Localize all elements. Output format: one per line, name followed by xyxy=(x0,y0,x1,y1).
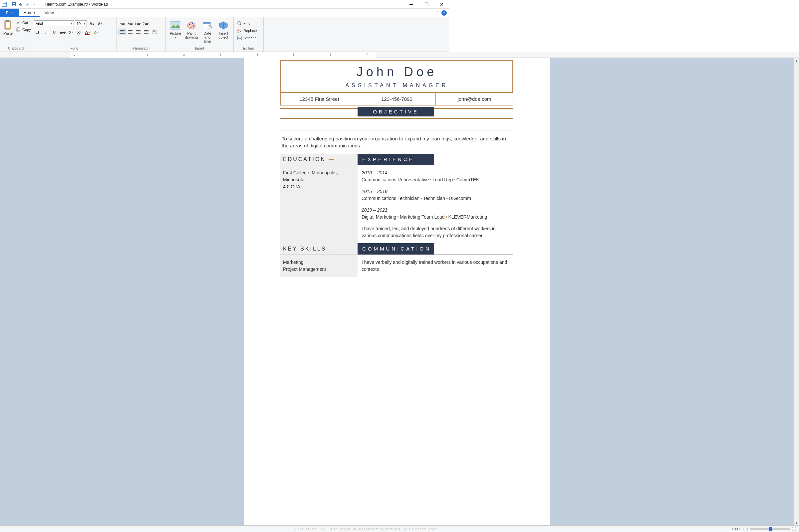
communication-body: I have verbally and digitally trained wo… xyxy=(357,255,449,277)
svg-point-47 xyxy=(193,25,194,26)
svg-rect-50 xyxy=(203,22,210,24)
replace-icon: abac xyxy=(237,28,242,33)
date-time-button[interactable]: Date and time xyxy=(200,19,215,44)
svg-point-48 xyxy=(190,27,192,28)
search-icon xyxy=(237,21,242,26)
svg-rect-16 xyxy=(130,22,132,22)
qat-dropdown-icon[interactable]: ▾ xyxy=(31,1,37,7)
svg-rect-22 xyxy=(137,23,140,24)
resume-subtitle: ASSISTANT MANAGER xyxy=(281,82,449,89)
find-button[interactable]: Find xyxy=(236,20,259,26)
superscript-button[interactable]: X2 xyxy=(76,28,83,36)
maximize-button[interactable]: ☐ xyxy=(419,0,434,8)
svg-rect-10 xyxy=(6,22,10,28)
font-color-button[interactable]: A▾ xyxy=(84,28,91,36)
subscript-button[interactable]: X2 xyxy=(67,28,75,36)
svg-rect-24 xyxy=(137,24,140,25)
cut-button[interactable]: ✂Cut xyxy=(15,19,32,26)
svg-rect-33 xyxy=(129,32,131,32)
align-center-button[interactable] xyxy=(127,28,134,35)
tab-view[interactable]: View xyxy=(40,8,59,17)
edu-exp-heading: EDUCATION— EXPERIENCE xyxy=(280,154,449,165)
paragraph-dialog-button[interactable] xyxy=(150,28,158,35)
workspace: 1 1 2 3 4 5 6 7 John Doe ASSISTANT MANAG… xyxy=(0,52,449,300)
insert-group-label: Insert xyxy=(168,45,231,51)
picture-button[interactable]: Picture▾ xyxy=(168,19,183,40)
undo-icon[interactable] xyxy=(18,1,24,7)
svg-rect-25 xyxy=(144,23,144,24)
ruler[interactable]: 1 1 2 3 4 5 6 7 xyxy=(0,52,449,58)
tab-home[interactable]: Home xyxy=(19,8,40,17)
svg-rect-3 xyxy=(3,4,6,4)
contact-row: 12345 First Street 123-456-7890 john@doe… xyxy=(280,93,449,106)
copy-button[interactable]: Copy xyxy=(15,26,32,33)
select-all-button[interactable]: Select all xyxy=(236,35,259,41)
replace-button[interactable]: abacReplace xyxy=(236,27,259,34)
svg-rect-20 xyxy=(137,22,140,22)
svg-point-43 xyxy=(172,23,174,25)
copy-icon xyxy=(16,27,21,32)
svg-point-52 xyxy=(238,22,240,24)
help-icon[interactable]: ? xyxy=(442,10,447,16)
svg-rect-17 xyxy=(130,23,132,24)
align-right-button[interactable] xyxy=(134,28,142,35)
svg-rect-30 xyxy=(120,32,123,32)
svg-rect-15 xyxy=(122,24,125,25)
bold-button[interactable]: B xyxy=(34,28,41,36)
clipboard-group-label: Clipboard xyxy=(2,45,30,51)
document-area[interactable]: John Doe ASSISTANT MANAGER 12345 First S… xyxy=(0,58,449,300)
line-spacing-button[interactable]: ▾ xyxy=(143,20,150,26)
grow-font-button[interactable]: A▴ xyxy=(88,20,95,27)
svg-rect-2 xyxy=(3,3,6,4)
highlight-button[interactable]: ▾ xyxy=(92,28,99,36)
paragraph-group-label: Paragraph xyxy=(118,45,164,51)
bullets-button[interactable]: ▾ xyxy=(134,20,142,26)
svg-rect-38 xyxy=(144,30,148,31)
window-title: FileInfo.com Example.rtf - WordPad xyxy=(44,2,108,7)
save-icon[interactable] xyxy=(11,1,17,7)
svg-rect-57 xyxy=(238,38,241,38)
decrease-indent-button[interactable] xyxy=(118,20,126,26)
svg-rect-56 xyxy=(238,37,241,37)
svg-rect-13 xyxy=(122,22,125,22)
justify-button[interactable] xyxy=(143,28,150,35)
scissors-icon: ✂ xyxy=(16,20,21,25)
education-body: First College, Minneapolis, Minnesota 4.… xyxy=(280,165,357,243)
collapse-ribbon-icon[interactable]: ⌃ xyxy=(436,11,439,15)
svg-rect-39 xyxy=(144,32,148,32)
svg-rect-28 xyxy=(145,24,148,25)
svg-rect-29 xyxy=(120,30,125,31)
font-family-select[interactable]: Arial▾ xyxy=(34,20,74,27)
select-all-icon xyxy=(237,35,242,41)
svg-rect-26 xyxy=(145,22,148,22)
paint-drawing-button[interactable]: Paint drawing xyxy=(184,19,199,40)
shrink-font-button[interactable]: A▾ xyxy=(96,20,104,27)
svg-rect-31 xyxy=(120,33,125,34)
align-left-button[interactable] xyxy=(118,28,126,35)
svg-rect-35 xyxy=(136,30,141,31)
redo-icon[interactable] xyxy=(24,1,30,7)
minimize-button[interactable]: ─ xyxy=(404,0,419,8)
strikethrough-button[interactable]: abc xyxy=(59,28,66,36)
font-size-select[interactable]: 10▾ xyxy=(75,20,87,27)
svg-rect-9 xyxy=(6,20,9,22)
contact-address: 12345 First Street xyxy=(281,93,358,105)
close-button[interactable]: ✕ xyxy=(434,0,449,8)
contact-email: john@doe.com xyxy=(436,93,449,105)
increase-indent-button[interactable] xyxy=(127,20,134,26)
page: John Doe ASSISTANT MANAGER 12345 First S… xyxy=(244,58,449,300)
italic-button[interactable]: I xyxy=(42,28,50,36)
svg-rect-37 xyxy=(136,33,141,34)
insert-object-button[interactable]: Insert object xyxy=(216,19,231,40)
header-box: John Doe ASSISTANT MANAGER xyxy=(280,60,449,93)
underline-button[interactable]: U xyxy=(51,28,58,36)
svg-rect-18 xyxy=(130,24,132,25)
skills-body: Marketing Project Management xyxy=(280,255,357,277)
experience-body: 2010 – 2014Communications Representative… xyxy=(357,165,449,243)
paste-button[interactable]: Paste ▾ xyxy=(2,19,14,40)
file-menu[interactable]: File xyxy=(0,8,19,17)
svg-rect-27 xyxy=(145,23,148,24)
svg-point-45 xyxy=(189,24,190,25)
svg-rect-32 xyxy=(128,30,132,31)
svg-point-23 xyxy=(135,24,136,25)
